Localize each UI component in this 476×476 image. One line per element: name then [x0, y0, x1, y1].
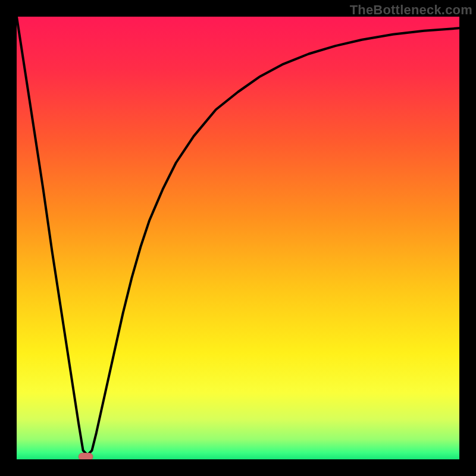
- optimal-range-marker: [79, 453, 93, 460]
- bottleneck-chart: [17, 17, 459, 459]
- gradient-background: [17, 17, 459, 459]
- chart-frame: TheBottleneck.com: [0, 0, 476, 476]
- plot-area: [17, 17, 459, 459]
- watermark-label: TheBottleneck.com: [350, 2, 472, 18]
